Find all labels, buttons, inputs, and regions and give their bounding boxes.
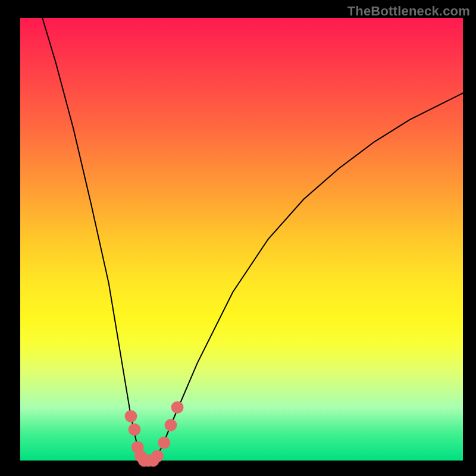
curve-marker: [129, 424, 141, 436]
curve-marker: [125, 410, 137, 422]
bottleneck-curve: [42, 18, 463, 461]
curve-marker: [151, 450, 164, 462]
curve-markers: [125, 401, 184, 466]
curve-marker: [158, 437, 170, 449]
curve-marker: [165, 419, 177, 431]
curve-marker: [171, 401, 184, 414]
chart-frame: TheBottleneck.com: [0, 0, 476, 476]
watermark-text: TheBottleneck.com: [347, 4, 470, 19]
chart-svg: [0, 0, 476, 476]
